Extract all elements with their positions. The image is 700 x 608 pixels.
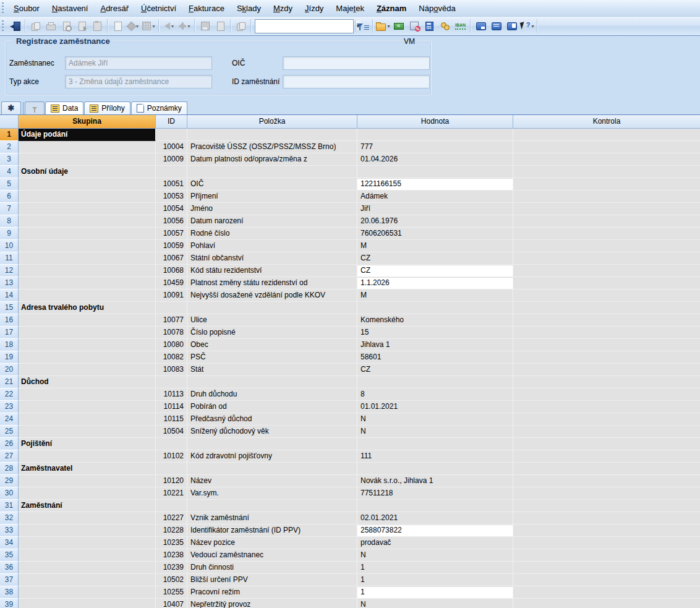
copy-list-button[interactable] [233, 19, 249, 33]
id-cell[interactable]: 10004 [156, 141, 187, 153]
table-row[interactable]: 3410235Název poziceprodavač [0, 537, 700, 549]
row-number-cell[interactable]: 12 [0, 265, 19, 277]
skupina-cell[interactable] [19, 228, 156, 240]
new-document-button[interactable] [110, 19, 126, 33]
hodnota-cell[interactable]: N [357, 599, 513, 608]
menu-item-ucetnictvi[interactable]: Účetnictví [135, 1, 182, 15]
id-cell[interactable]: 10082 [156, 351, 187, 364]
polozka-cell[interactable]: Vedoucí zaměstnanec [187, 549, 357, 562]
kontrola-cell[interactable] [513, 215, 700, 228]
kontrola-cell[interactable] [513, 191, 700, 203]
polozka-cell[interactable]: Vznik zaměstnání [187, 512, 357, 525]
kontrola-cell[interactable] [513, 512, 700, 525]
id-cell[interactable]: 10407 [156, 599, 187, 608]
id-cell[interactable]: 10056 [156, 215, 187, 228]
menu-item-adresar[interactable]: Adresář [94, 1, 135, 15]
table-row[interactable]: 26Pojištění [0, 438, 700, 450]
id-cell[interactable]: 10053 [156, 191, 187, 203]
skupina-cell[interactable] [19, 537, 156, 549]
kontrola-cell[interactable] [513, 339, 700, 351]
table-row[interactable]: 3710502Bližší určení PPV1 [0, 574, 700, 586]
kontrola-cell[interactable] [513, 599, 700, 608]
kontrola-cell[interactable] [513, 475, 700, 487]
calculator-button[interactable] [422, 19, 437, 33]
kontrola-cell[interactable] [513, 487, 700, 500]
table-row[interactable]: 2910120NázevNovák s.r.o., Jihlava 1 [0, 475, 700, 487]
hodnota-cell[interactable] [357, 129, 513, 141]
row-number-cell[interactable]: 20 [0, 364, 19, 376]
menu-item-majetek[interactable]: Majetek [330, 1, 370, 15]
hodnota-cell[interactable]: 01.01.2021 [357, 401, 513, 413]
table-row[interactable]: 3010221Var.sym.77511218 [0, 487, 700, 500]
id-cell[interactable]: 10221 [156, 487, 187, 500]
folder-button[interactable]: ▾ [375, 19, 391, 33]
polozka-cell[interactable]: Datum platnosti od/oprava/změna z [187, 153, 357, 166]
back-button[interactable]: ▾ [161, 19, 177, 33]
table-row[interactable]: 1910082PSČ58601 [0, 351, 700, 364]
screen-list-button[interactable] [489, 19, 504, 33]
hodnota-cell[interactable]: M [357, 240, 513, 252]
row-number-cell[interactable]: 11 [0, 252, 19, 265]
paste-button[interactable] [90, 19, 105, 33]
skupina-cell[interactable] [19, 475, 156, 487]
oic-field[interactable] [283, 56, 430, 70]
help-pointer-button[interactable]: ▾ [519, 19, 535, 33]
polozka-cell[interactable]: Platnost změny státu rezidenství od [187, 277, 357, 289]
hodnota-cell[interactable]: 20.06.1976 [357, 215, 513, 228]
hodnota-cell[interactable] [357, 376, 513, 388]
skupina-cell[interactable] [19, 487, 156, 500]
row-number-cell[interactable]: 22 [0, 388, 19, 401]
id-cell[interactable] [156, 302, 187, 314]
skupina-cell[interactable] [19, 586, 156, 599]
id-cell[interactable]: 10114 [156, 401, 187, 413]
skupina-cell[interactable] [19, 178, 156, 191]
iban-button[interactable]: IBAN [453, 19, 468, 33]
table-row[interactable]: 610053PříjmeníAdámek [0, 191, 700, 203]
polozka-cell[interactable]: Pohlaví [187, 240, 357, 252]
export-button[interactable] [74, 19, 90, 33]
skupina-cell[interactable] [19, 599, 156, 608]
print-button[interactable] [43, 19, 59, 33]
menu-item-fakturace[interactable]: Fakturace [182, 1, 231, 15]
filter-button[interactable] [355, 19, 370, 33]
skupina-cell[interactable] [19, 426, 156, 438]
hodnota-cell[interactable]: Komenského [357, 314, 513, 327]
row-number-cell[interactable]: 16 [0, 314, 19, 327]
hodnota-cell[interactable]: 77511218 [357, 487, 513, 500]
skupina-cell[interactable]: Zaměstnavatel [19, 463, 156, 475]
polozka-cell[interactable]: Snížený důchodový věk [187, 426, 357, 438]
barcode-button[interactable]: ▾ [141, 19, 156, 33]
row-number-cell[interactable]: 28 [0, 463, 19, 475]
polozka-cell[interactable]: Bližší určení PPV [187, 574, 357, 586]
kontrola-cell[interactable] [513, 166, 700, 178]
skupina-cell[interactable] [19, 549, 156, 562]
id-cell[interactable]: 10502 [156, 574, 187, 586]
search-input[interactable] [255, 21, 355, 32]
kontrola-cell[interactable] [513, 153, 700, 166]
skupina-cell[interactable] [19, 327, 156, 339]
skupina-cell[interactable] [19, 314, 156, 327]
skupina-cell[interactable] [19, 265, 156, 277]
kontrola-cell[interactable] [513, 549, 700, 562]
action-type-field[interactable] [65, 75, 212, 88]
column-header-polozka[interactable]: Položka [187, 115, 357, 129]
hodnota-cell[interactable]: 111 [357, 450, 513, 463]
kontrola-cell[interactable] [513, 574, 700, 586]
skupina-cell[interactable] [19, 351, 156, 364]
row-number-cell[interactable]: 10 [0, 240, 19, 252]
id-cell[interactable] [156, 463, 187, 475]
table-row[interactable]: 3810255Pracovní režim1 [0, 586, 700, 599]
row-number-cell[interactable]: 17 [0, 327, 19, 339]
kontrola-cell[interactable] [513, 364, 700, 376]
kontrola-cell[interactable] [513, 438, 700, 450]
id-cell[interactable]: 10228 [156, 525, 187, 537]
table-row[interactable]: 810056Datum narození20.06.1976 [0, 215, 700, 228]
hodnota-cell[interactable]: 02.01.2021 [357, 512, 513, 525]
hodnota-cell[interactable]: 01.04.2026 [357, 153, 513, 166]
hodnota-cell[interactable]: 58601 [357, 351, 513, 364]
polozka-cell[interactable]: Státní občanství [187, 252, 357, 265]
menu-item-zaznam[interactable]: Záznam [370, 1, 412, 15]
kontrola-cell[interactable] [513, 500, 700, 512]
skupina-cell[interactable] [19, 364, 156, 376]
id-cell[interactable]: 10239 [156, 562, 187, 574]
